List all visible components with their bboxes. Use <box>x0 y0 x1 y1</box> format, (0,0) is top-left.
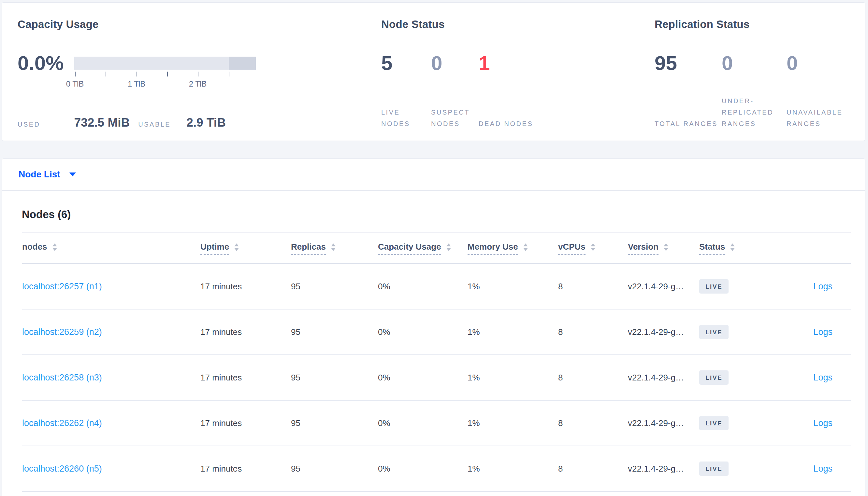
usable-label: USABLE <box>138 121 171 128</box>
axis-tick-label: 1 TiB <box>128 79 146 89</box>
sort-icon <box>523 244 528 251</box>
capacity-usage-cell: 0% <box>378 373 467 383</box>
memory-use-cell: 1% <box>467 281 558 292</box>
capacity-percent-value: 0.0% <box>18 51 63 75</box>
axis-tick <box>198 72 198 77</box>
sort-icon <box>730 244 735 251</box>
logs-link[interactable]: Logs <box>813 373 833 383</box>
status-badge: LIVE <box>699 370 729 385</box>
sort-icon <box>664 244 668 251</box>
capacity-usage-section: Capacity Usage 0.0% 0 TiB 1 TiB 2 TiB US… <box>18 3 381 141</box>
nodes-table-header: nodes Uptime Replicas Capacity Usage Mem… <box>22 232 851 264</box>
live-nodes-value: 5 <box>381 51 431 75</box>
status-badge: LIVE <box>699 462 729 476</box>
column-header-memory-use[interactable]: Memory Use <box>467 242 558 255</box>
replicas-cell: 95 <box>291 373 378 383</box>
logs-link[interactable]: Logs <box>813 327 833 337</box>
vcpus-cell: 8 <box>558 281 628 292</box>
axis-tick <box>136 72 137 77</box>
view-selector-label: Node List <box>18 169 60 180</box>
status-badge: LIVE <box>699 325 729 339</box>
uptime-cell: 17 minutes <box>200 281 291 292</box>
replicas-cell: 95 <box>291 327 378 337</box>
vcpus-cell: 8 <box>558 418 628 428</box>
vcpus-cell: 8 <box>558 327 628 337</box>
column-header-capacity-usage[interactable]: Capacity Usage <box>378 242 467 255</box>
table-row: localhost:26259 (n2) 17 minutes 95 0% 1%… <box>22 310 851 355</box>
used-value: 732.5 MiB <box>74 116 130 129</box>
axis-tick <box>229 72 229 77</box>
column-header-logs <box>771 247 851 250</box>
table-row: localhost:26262 (n4) 17 minutes 95 0% 1%… <box>22 401 851 446</box>
logs-link[interactable]: Logs <box>813 418 833 428</box>
chevron-down-icon <box>70 172 76 176</box>
total-ranges-value: 95 <box>655 51 722 75</box>
under-replicated-ranges-label: UNDER-REPLICATED RANGES <box>722 95 787 129</box>
capacity-usage-bar <box>74 57 256 69</box>
node-list-card: Node List Nodes (6) nodes Uptime Replica… <box>2 158 865 496</box>
column-header-version[interactable]: Version <box>628 242 699 255</box>
logs-link[interactable]: Logs <box>813 281 833 291</box>
dead-nodes-label: DEAD NODES <box>479 118 550 129</box>
live-nodes-label: LIVE NODES <box>381 107 431 129</box>
column-header-nodes[interactable]: nodes <box>22 242 200 255</box>
usable-value: 2.9 TiB <box>186 116 226 129</box>
memory-use-cell: 1% <box>467 327 558 337</box>
vcpus-cell: 8 <box>558 373 628 383</box>
table-row: localhost:26257 (n1) 17 minutes 95 0% 1%… <box>22 264 851 310</box>
replication-labels: TOTAL RANGES UNDER-REPLICATED RANGES UNA… <box>655 95 865 129</box>
replicas-cell: 95 <box>291 418 378 428</box>
memory-use-cell: 1% <box>467 464 558 474</box>
capacity-axis-labels: 0 TiB 1 TiB 2 TiB <box>74 79 256 89</box>
axis-tick <box>106 72 106 77</box>
uptime-cell: 17 minutes <box>200 373 291 383</box>
node-status-title: Node Status <box>381 18 445 31</box>
axis-tick-label: 0 TiB <box>66 79 84 89</box>
node-address-link[interactable]: localhost:26259 (n2) <box>22 327 102 337</box>
view-selector-dropdown[interactable]: Node List <box>2 159 865 191</box>
node-address-link[interactable]: localhost:26262 (n4) <box>22 418 102 428</box>
logs-link[interactable]: Logs <box>813 464 833 474</box>
uptime-cell: 17 minutes <box>200 464 291 474</box>
under-replicated-ranges-value: 0 <box>722 51 787 75</box>
capacity-usage-cell: 0% <box>378 327 467 337</box>
column-header-uptime[interactable]: Uptime <box>200 242 291 255</box>
memory-use-cell: 1% <box>467 418 558 428</box>
column-header-replicas[interactable]: Replicas <box>291 242 378 255</box>
column-header-status[interactable]: Status <box>699 242 771 255</box>
table-row: localhost:26258 (n3) 17 minutes 95 0% 1%… <box>22 355 851 401</box>
capacity-usage-cell: 0% <box>378 464 467 474</box>
sort-icon <box>446 244 451 251</box>
uptime-cell: 17 minutes <box>200 327 291 337</box>
status-badge: LIVE <box>699 416 729 430</box>
vcpus-cell: 8 <box>558 464 628 474</box>
version-cell: v22.1.4-29-g… <box>628 327 699 337</box>
sort-icon <box>331 244 335 251</box>
nodes-count-heading: Nodes (6) <box>22 208 865 221</box>
sort-icon <box>591 244 595 251</box>
version-cell: v22.1.4-29-g… <box>628 464 699 474</box>
column-header-vcpus[interactable]: vCPUs <box>558 242 628 255</box>
node-address-link[interactable]: localhost:26260 (n5) <box>22 464 102 474</box>
capacity-usage-cell: 0% <box>378 281 467 292</box>
capacity-axis-ticks <box>74 72 256 77</box>
node-status-labels: LIVE NODES SUSPECT NODES DEAD NODES <box>381 107 550 129</box>
suspect-nodes-label: SUSPECT NODES <box>431 107 479 129</box>
node-address-link[interactable]: localhost:26258 (n3) <box>22 373 102 383</box>
replication-status-section: Replication Status 95 0 0 TOTAL RANGES U… <box>655 3 865 141</box>
cluster-overview-card: Capacity Usage 0.0% 0 TiB 1 TiB 2 TiB US… <box>2 2 865 141</box>
status-badge: LIVE <box>699 279 729 294</box>
unavailable-ranges-label: UNAVAILABLE RANGES <box>787 107 865 129</box>
capacity-used-usable-row: USED 732.5 MiB USABLE 2.9 TiB <box>18 116 226 129</box>
replication-status-title: Replication Status <box>655 18 749 31</box>
dead-nodes-value: 1 <box>479 51 550 75</box>
unavailable-ranges-value: 0 <box>787 51 865 75</box>
suspect-nodes-value: 0 <box>431 51 479 75</box>
version-cell: v22.1.4-29-g… <box>628 281 699 292</box>
nodes-table: nodes Uptime Replicas Capacity Usage Mem… <box>22 232 851 492</box>
node-status-section: Node Status 5 0 1 LIVE NODES SUSPECT NOD… <box>381 3 655 141</box>
node-status-values: 5 0 1 <box>381 51 550 75</box>
capacity-usage-cell: 0% <box>378 418 467 428</box>
capacity-usage-title: Capacity Usage <box>18 18 99 31</box>
node-address-link[interactable]: localhost:26257 (n1) <box>22 281 102 291</box>
